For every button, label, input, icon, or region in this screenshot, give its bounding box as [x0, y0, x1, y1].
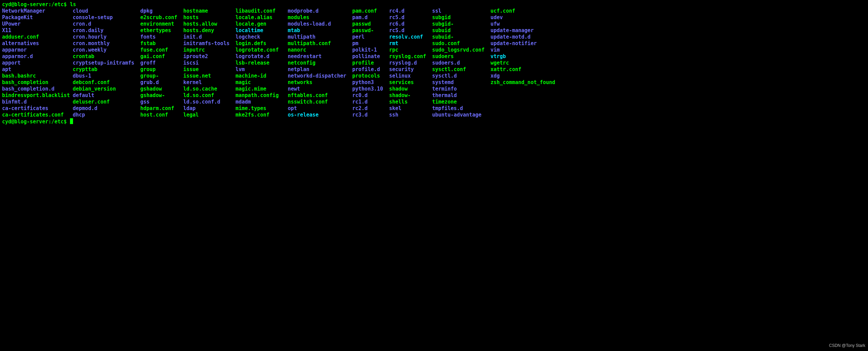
ls-entry: environment	[140, 21, 183, 27]
ls-entry: legal	[183, 112, 236, 118]
ls-entry: rcS.d	[389, 27, 432, 34]
ls-entry: bindresvport.blacklist	[2, 92, 73, 99]
ls-entry: rc0.d	[352, 92, 389, 99]
ls-entry: sysctl.d	[432, 73, 490, 79]
ls-entry: bash_completion.d	[2, 86, 73, 92]
ls-entry: rsyslog.d	[389, 60, 432, 66]
ls-entry: crontab	[73, 53, 140, 60]
ls-entry: newt	[288, 86, 352, 92]
ls-entry: cron.daily	[73, 27, 140, 34]
ls-entry: sudo.conf	[432, 40, 490, 47]
ls-entry: xdg	[490, 73, 564, 79]
ls-entry: ca-certificates.conf	[2, 112, 73, 118]
ls-entry: ssl	[432, 8, 490, 14]
ls-entry: shadow	[389, 86, 432, 92]
ls-entry: hosts.allow	[183, 21, 236, 27]
ls-entry: grub.d	[140, 79, 183, 86]
ls-entry: rc5.d	[389, 14, 432, 21]
ls-column: pam.confpam.dpasswdpasswd-perlpmpolkit-1…	[352, 8, 389, 118]
ls-entry: profile	[352, 60, 389, 66]
ls-entry: update-notifier	[490, 40, 564, 47]
ls-column: hostnamehostshosts.allowhosts.denyinit.d…	[183, 8, 236, 118]
ls-entry: polkit-1	[352, 47, 389, 53]
ls-entry: passwd	[352, 21, 389, 27]
ls-entry: selinux	[389, 73, 432, 79]
ls-entry: profile.d	[352, 66, 389, 73]
ls-entry: host.conf	[140, 112, 183, 118]
ls-entry: issue	[183, 66, 236, 73]
ls-entry: networkd-dispatcher	[288, 73, 352, 79]
ls-entry: resolv.conf	[389, 34, 432, 40]
ls-entry: subgid-	[432, 21, 490, 27]
ls-entry: magic.mime	[236, 86, 288, 92]
ls-entry: apparmor.d	[2, 53, 73, 60]
ls-entry: multipath	[288, 34, 352, 40]
ls-column: modprobe.dmodulesmodules-load.dmtabmulti…	[288, 8, 352, 118]
ls-entry: protocols	[352, 73, 389, 79]
ls-column: libaudit.conflocale.aliaslocale.genlocal…	[236, 8, 288, 118]
ls-entry: cryptsetup-initramfs	[73, 60, 140, 66]
ls-entry: security	[389, 66, 432, 73]
ls-entry: pam.conf	[352, 8, 389, 14]
ls-entry: console-setup	[73, 14, 140, 21]
ls-entry: localtime	[236, 27, 288, 34]
ls-entry: iproute2	[183, 53, 236, 60]
ls-entry: lsb-release	[236, 60, 288, 66]
ls-entry: NetworkManager	[2, 8, 73, 14]
ls-entry: logrotate.conf	[236, 47, 288, 53]
ls-entry: terminfo	[432, 86, 490, 92]
ls-entry: rc4.d	[389, 8, 432, 14]
ls-entry: nftables.conf	[288, 92, 352, 99]
ls-entry: skel	[389, 105, 432, 112]
ls-entry: systemd	[432, 79, 490, 86]
ls-entry: bash.bashrc	[2, 73, 73, 79]
ls-entry: default	[73, 92, 140, 99]
ls-entry: gss	[140, 99, 183, 105]
ls-entry: perl	[352, 34, 389, 40]
ls-entry: rc1.d	[352, 99, 389, 105]
ls-entry: pollinate	[352, 53, 389, 60]
ls-entry: crypttab	[73, 66, 140, 73]
ls-entry: vim	[490, 47, 564, 53]
ls-entry: xattr.conf	[490, 66, 564, 73]
prompt-line-1: cyd@blog-server:/etc$ ls	[2, 1, 866, 8]
ls-entry: mdadm	[236, 99, 288, 105]
ls-entry: hostname	[183, 8, 236, 14]
ls-entry: logrotate.d	[236, 53, 288, 60]
ls-entry: services	[389, 79, 432, 86]
ls-entry: iscsi	[183, 60, 236, 66]
ls-entry: ufw	[490, 21, 564, 27]
prompt-line-2[interactable]: cyd@blog-server:/etc$	[2, 118, 866, 125]
ls-entry: e2scrub.conf	[140, 14, 183, 21]
ls-entry: issue.net	[183, 73, 236, 79]
ls-entry: cloud	[73, 8, 140, 14]
ls-entry: ucf.conf	[490, 8, 564, 14]
ls-column: cloudconsole-setupcron.dcron.dailycron.h…	[73, 8, 140, 118]
ls-entry: rpc	[389, 47, 432, 53]
ls-entry: kernel	[183, 79, 236, 86]
ls-entry: fonts	[140, 34, 183, 40]
ls-entry: sudoers	[432, 53, 490, 60]
ls-output: NetworkManagerPackageKitUPowerX11adduser…	[2, 8, 866, 118]
ls-entry: sudoers.d	[432, 60, 490, 66]
ls-entry: mke2fs.conf	[236, 112, 288, 118]
ls-entry: hosts	[183, 14, 236, 21]
prompt-command: ls	[70, 1, 76, 8]
ls-entry: nanorc	[288, 47, 352, 53]
ls-entry: cron.hourly	[73, 34, 140, 40]
ls-entry: dbus-1	[73, 73, 140, 79]
ls-column: ucf.confudevufwupdate-managerupdate-motd…	[490, 8, 564, 118]
ls-column: rc4.drc5.drc6.drcS.dresolv.confrmtrpcrsy…	[389, 8, 432, 118]
ls-entry: binfmt.d	[2, 99, 73, 105]
ls-entry: lvm	[236, 66, 288, 73]
ls-entry: logcheck	[236, 34, 288, 40]
ls-entry: zsh_command_not_found	[490, 79, 564, 86]
ls-entry: modules-load.d	[288, 21, 352, 27]
ls-entry: subuid-	[432, 34, 490, 40]
ls-entry: networks	[288, 79, 352, 86]
ls-entry: dhcp	[73, 112, 140, 118]
ls-entry: apt	[2, 66, 73, 73]
ls-entry: rc3.d	[352, 112, 389, 118]
ls-entry: debconf.conf	[73, 79, 140, 86]
ls-entry: gshadow-	[140, 92, 183, 99]
